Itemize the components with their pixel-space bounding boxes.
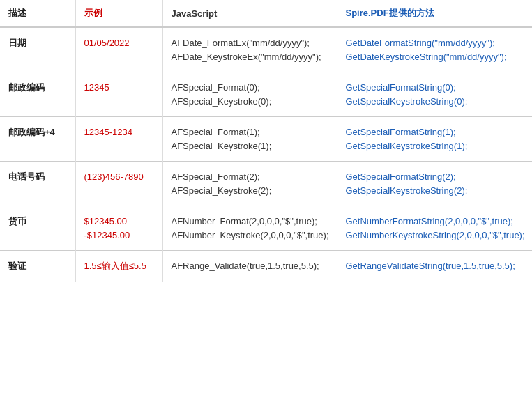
cell-spire: GetSpecialFormatString(0);GetSpecialKeys… xyxy=(337,72,532,117)
cell-example: $12345.00-$12345.00 xyxy=(75,206,162,251)
cell-desc: 日期 xyxy=(0,27,75,72)
header-desc: 描述 xyxy=(0,0,75,27)
cell-js: AFNumber_Format(2,0,0,0,"$",true);AFNumb… xyxy=(162,206,337,251)
cell-spire: GetSpecialFormatString(1);GetSpecialKeys… xyxy=(337,117,532,162)
table-row: 日期01/05/2022AFDate_FormatEx("mm/dd/yyyy"… xyxy=(0,27,532,72)
header-example: 示例 xyxy=(75,0,162,27)
cell-js: AFRange_Validate(true,1.5,true,5.5); xyxy=(162,251,337,282)
table-row: 邮政编码+412345-1234AFSpecial_Format(1);AFSp… xyxy=(0,117,532,162)
main-table: 描述 示例 JavaScript Spire.PDF提供的方法 日期01/05/… xyxy=(0,0,532,282)
cell-desc: 电话号码 xyxy=(0,162,75,206)
cell-example: 12345 xyxy=(75,72,162,117)
cell-spire: GetDateFormatString("mm/dd/yyyy");GetDat… xyxy=(337,27,532,72)
cell-example: 1.5≤输入值≤5.5 xyxy=(75,251,162,282)
cell-example: (123)456-7890 xyxy=(75,162,162,206)
table-row: 验证1.5≤输入值≤5.5AFRange_Validate(true,1.5,t… xyxy=(0,251,532,282)
cell-js: AFSpecial_Format(0);AFSpecial_Keystroke(… xyxy=(162,72,337,117)
header-row: 描述 示例 JavaScript Spire.PDF提供的方法 xyxy=(0,0,532,27)
cell-example: 01/05/2022 xyxy=(75,27,162,72)
cell-desc: 验证 xyxy=(0,251,75,282)
cell-example: 12345-1234 xyxy=(75,117,162,162)
cell-spire: GetSpecialFormatString(2);GetSpecialKeys… xyxy=(337,162,532,206)
cell-desc: 货币 xyxy=(0,206,75,251)
cell-spire: GetNumberFormatString(2,0,0,0,"$",true);… xyxy=(337,206,532,251)
cell-spire: GetRangeValidateString(true,1.5,true,5.5… xyxy=(337,251,532,282)
cell-desc: 邮政编码 xyxy=(0,72,75,117)
cell-js: AFSpecial_Format(1);AFSpecial_Keystroke(… xyxy=(162,117,337,162)
table-row: 货币$12345.00-$12345.00AFNumber_Format(2,0… xyxy=(0,206,532,251)
header-spire: Spire.PDF提供的方法 xyxy=(337,0,532,27)
table-row: 邮政编码12345AFSpecial_Format(0);AFSpecial_K… xyxy=(0,72,532,117)
cell-desc: 邮政编码+4 xyxy=(0,117,75,162)
header-js: JavaScript xyxy=(162,0,337,27)
cell-js: AFSpecial_Format(2);AFSpecial_Keystroke(… xyxy=(162,162,337,206)
cell-js: AFDate_FormatEx("mm/dd/yyyy");AFDate_Key… xyxy=(162,27,337,72)
table-row: 电话号码(123)456-7890AFSpecial_Format(2);AFS… xyxy=(0,162,532,206)
